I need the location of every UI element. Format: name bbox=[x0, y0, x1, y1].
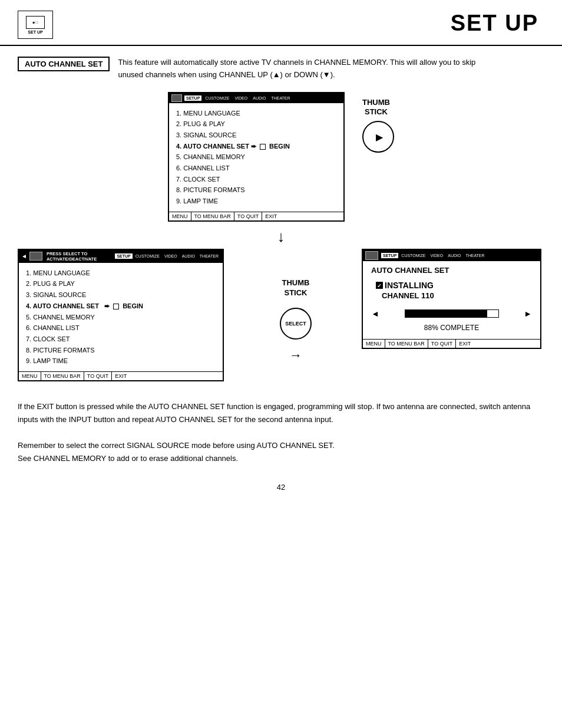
right-tv-bottom-exit: EXIT bbox=[456, 340, 474, 348]
left-panel: ◄ PRESS SELECT TOACTIVATE/DEACTIVATE SET… bbox=[18, 249, 230, 381]
page-number: 42 bbox=[0, 483, 562, 492]
top-tv-bottom-quit: TO QUIT bbox=[234, 212, 262, 220]
arrow-down-connector: ↓ bbox=[18, 228, 544, 246]
section-label: AUTO CHANNEL SET bbox=[18, 57, 110, 71]
header-icon: ■ □ SET UP bbox=[18, 11, 53, 39]
footer-text: If the EXIT button is pressed while the … bbox=[0, 391, 562, 465]
left-tv-top-row: ◄ PRESS SELECT TOACTIVATE/DEACTIVATE SET… bbox=[19, 250, 223, 263]
right-tv-installing: ✓ INSTALLING bbox=[376, 281, 532, 290]
left-tv-item4: 4. AUTO CHANNEL SET ➨ BEGIN bbox=[26, 301, 216, 312]
right-tv-progress-text: 88% COMPLETE bbox=[371, 324, 532, 332]
header-icon-label: SET UP bbox=[28, 30, 42, 34]
progress-row: ◄ ► bbox=[371, 306, 532, 321]
progress-arrow-left: ◄ bbox=[371, 309, 379, 318]
left-tv-item5: 5. CHANNEL MEMORY bbox=[26, 312, 216, 323]
right-tv-bottom-bar: MENU TO MENU BAR TO QUIT EXIT bbox=[363, 339, 540, 348]
left-tv-item7: 7. CLOCK SET bbox=[26, 334, 216, 345]
left-tv-bottom-menubar: TO MENU BAR bbox=[41, 372, 84, 380]
footer-para2-line1: Remember to select the correct SIGNAL SO… bbox=[18, 439, 544, 452]
top-tv-menu-item-setup: SETUP bbox=[184, 95, 201, 101]
thumb-stick-top[interactable] bbox=[362, 121, 394, 153]
left-tv-content: 1. MENU LANGUAGE 2. PLUG & PLAY 3. SIGNA… bbox=[19, 263, 223, 371]
top-tv-bottom-menubar: TO MENU BAR bbox=[191, 212, 234, 220]
left-tv-item3: 3. SIGNAL SOURCE bbox=[26, 289, 216, 301]
top-tv-menu-item-video: VIDEO bbox=[233, 95, 249, 101]
top-tv-menu-item-audio: AUDIO bbox=[251, 95, 267, 101]
progress-bar-container bbox=[405, 309, 499, 318]
left-tv-item9: 9. LAMP TIME bbox=[26, 355, 216, 367]
intro-line2: unused channels when using CHANNEL UP (▲… bbox=[118, 70, 335, 79]
left-tv-bottom-bar: MENU TO MENU BAR TO QUIT EXIT bbox=[19, 371, 223, 380]
top-tv-item8: 8. PICTURE FORMATS bbox=[176, 185, 336, 196]
progress-bar-fill bbox=[405, 310, 487, 317]
section-intro: AUTO CHANNEL SET This feature will autom… bbox=[0, 57, 562, 81]
top-tv-bottom-bar: MENU TO MENU BAR TO QUIT EXIT bbox=[169, 212, 343, 220]
top-tv-menu-item-theater: THEATER bbox=[269, 95, 292, 101]
footer-para1: If the EXIT button is pressed while the … bbox=[18, 400, 544, 426]
right-tv-channel: CHANNEL 110 bbox=[382, 291, 532, 300]
top-tv-item3: 3. SIGNAL SOURCE bbox=[176, 130, 336, 141]
left-tv-item8: 8. PICTURE FORMATS bbox=[26, 345, 216, 356]
left-tv-press-text: PRESS SELECT TOACTIVATE/DEACTIVATE bbox=[47, 251, 97, 262]
top-diagram-wrapper: SETUP CUSTOMIZE VIDEO AUDIO THEATER 1. M… bbox=[168, 92, 394, 222]
checkbox-checked-icon: ✓ bbox=[376, 282, 383, 289]
top-tv-item5: 5. CHANNEL MEMORY bbox=[176, 151, 336, 163]
left-tv-screen: ◄ PRESS SELECT TOACTIVATE/DEACTIVATE SET… bbox=[18, 249, 224, 381]
thumb-stick-top-label: THUMB STICK bbox=[362, 98, 390, 118]
center-panel: THUMB STICK SELECT → bbox=[230, 249, 362, 363]
thumb-stick-top-area: THUMB STICK bbox=[362, 98, 394, 153]
section-intro-text: This feature will automatically store ac… bbox=[118, 57, 475, 81]
center-arrow: → bbox=[289, 348, 302, 363]
top-tv-menu-bar: SETUP CUSTOMIZE VIDEO AUDIO THEATER bbox=[169, 93, 343, 103]
left-tv-bottom-menu: MENU bbox=[19, 372, 41, 380]
right-tv-content: AUTO CHANNEL SET ✓ INSTALLING CHANNEL 11… bbox=[363, 261, 540, 339]
page-header: ■ □ SET UP SET UP bbox=[0, 0, 562, 46]
left-tv-bottom-quit: TO QUIT bbox=[84, 372, 112, 380]
progress-arrow-right: ► bbox=[524, 309, 532, 318]
footer-para2-line2: See CHANNEL MEMORY to add or to erase ad… bbox=[18, 452, 544, 465]
right-tv-screen: SETUP CUSTOMIZE VIDEO AUDIO THEATER AUTO… bbox=[362, 249, 541, 349]
right-tv-bottom-menu: MENU bbox=[363, 340, 385, 348]
diagram-area: SETUP CUSTOMIZE VIDEO AUDIO THEATER 1. M… bbox=[0, 92, 562, 381]
left-tv-item2: 2. PLUG & PLAY bbox=[26, 278, 216, 289]
intro-line1: This feature will automatically store ac… bbox=[118, 58, 475, 67]
right-tv-title: AUTO CHANNEL SET bbox=[371, 266, 532, 275]
top-tv-screen: SETUP CUSTOMIZE VIDEO AUDIO THEATER 1. M… bbox=[168, 92, 345, 222]
top-tv-item2: 2. PLUG & PLAY bbox=[176, 118, 336, 130]
top-tv-item6: 6. CHANNEL LIST bbox=[176, 163, 336, 174]
top-tv-item4: 4. AUTO CHANNEL SET ➨ BEGIN bbox=[176, 141, 336, 152]
page-title: SET UP bbox=[451, 11, 538, 36]
top-tv-item7: 7. CLOCK SET bbox=[176, 174, 336, 185]
top-tv-item9: 9. LAMP TIME bbox=[176, 196, 336, 207]
right-panel: SETUP CUSTOMIZE VIDEO AUDIO THEATER AUTO… bbox=[362, 249, 544, 349]
left-tv-bottom-exit: EXIT bbox=[112, 372, 130, 380]
top-diagram: SETUP CUSTOMIZE VIDEO AUDIO THEATER 1. M… bbox=[18, 92, 544, 222]
top-tv-item1: 1. MENU LANGUAGE bbox=[176, 108, 336, 119]
top-tv-menu-item-customize: CUSTOMIZE bbox=[203, 95, 231, 101]
bottom-panels: ◄ PRESS SELECT TOACTIVATE/DEACTIVATE SET… bbox=[18, 249, 544, 381]
thumb-stick-bottom-label: THUMB STICK bbox=[282, 278, 310, 298]
right-tv-bottom-quit: TO QUIT bbox=[428, 340, 456, 348]
top-tv-bottom-menu: MENU bbox=[169, 212, 191, 220]
header-icon-inner: ■ □ bbox=[26, 16, 45, 29]
top-tv-bottom-exit: EXIT bbox=[262, 212, 280, 220]
left-tv-item1: 1. MENU LANGUAGE bbox=[26, 268, 216, 279]
right-tv-bottom-menubar: TO MENU BAR bbox=[385, 340, 428, 348]
left-tv-item6: 6. CHANNEL LIST bbox=[26, 322, 216, 334]
right-tv-top-bar: SETUP CUSTOMIZE VIDEO AUDIO THEATER bbox=[363, 250, 540, 261]
top-tv-content: 1. MENU LANGUAGE 2. PLUG & PLAY 3. SIGNA… bbox=[169, 103, 343, 212]
select-button[interactable]: SELECT bbox=[280, 308, 312, 340]
